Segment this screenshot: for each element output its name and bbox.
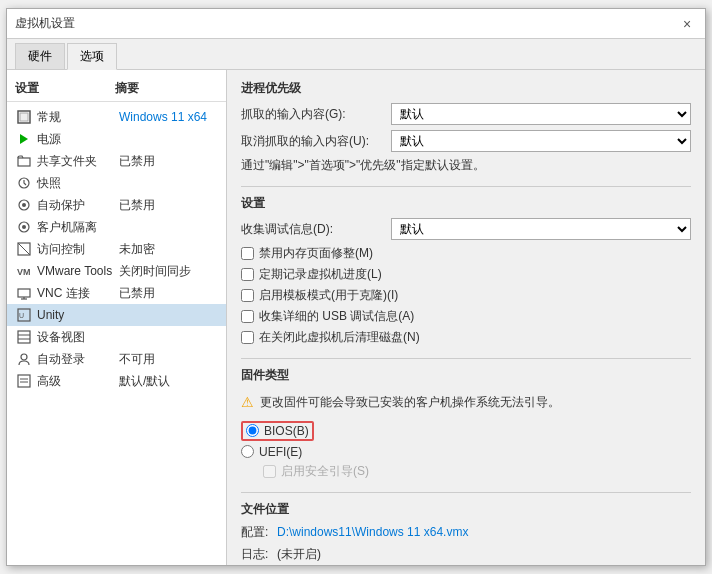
svg-text:U: U — [19, 312, 24, 319]
sidebar-item-auto_login[interactable]: 自动登录不可用 — [7, 348, 226, 370]
uefi-radio[interactable] — [241, 445, 254, 458]
access_control-icon — [15, 240, 33, 258]
title-bar: 虚拟机设置 × — [7, 9, 705, 39]
debug-select[interactable]: 默认 — [391, 218, 691, 240]
svg-point-6 — [22, 203, 26, 207]
general-icon — [15, 108, 33, 126]
svg-marker-2 — [20, 134, 28, 144]
checkboxes-container: 禁用内存页面修整(M)定期记录虚拟机进度(L)启用模板模式(用于克隆)(I)收集… — [241, 245, 691, 346]
autosave-icon — [15, 196, 33, 214]
sidebar-item-label-vmware_tools: VMware Tools — [37, 264, 119, 278]
shared_folder-icon — [15, 152, 33, 170]
sidebar-item-access_control[interactable]: 访问控制未加密 — [7, 238, 226, 260]
debug-select-wrapper: 默认 — [391, 218, 691, 240]
settings-title: 设置 — [241, 195, 691, 212]
template_mode-label: 启用模板模式(用于克隆)(I) — [259, 287, 398, 304]
firmware-section: 固件类型 ⚠ 更改固件可能会导致已安装的客户机操作系统无法引导。 BIOS(B)… — [241, 367, 691, 480]
tab-hardware[interactable]: 硬件 — [15, 43, 65, 69]
uefi-row: UEFI(E) — [241, 445, 691, 459]
collect_usb-label: 收集详细的 USB 调试信息(A) — [259, 308, 414, 325]
vmware_tools-icon: VM — [15, 262, 33, 280]
debug-label: 收集调试信息(D): — [241, 221, 391, 238]
sidebar-item-label-shared_folder: 共享文件夹 — [37, 153, 119, 170]
sidebar-item-shared_folder[interactable]: 共享文件夹已禁用 — [7, 150, 226, 172]
close-button[interactable]: × — [677, 14, 697, 34]
snapshot-icon — [15, 174, 33, 192]
debug-row: 收集调试信息(D): 默认 — [241, 218, 691, 240]
priority-section: 进程优先级 抓取的输入内容(G): 默认 取消抓取的输入内容(U): 默认 — [241, 80, 691, 174]
periodic_snapshot-checkbox[interactable] — [241, 268, 254, 281]
bios-row: BIOS(B) — [241, 421, 691, 441]
sidebar-item-desc-vmware_tools: 关闭时间同步 — [119, 263, 191, 280]
log-row: 日志: (未开启) — [241, 546, 691, 563]
svg-text:VM: VM — [17, 267, 31, 277]
clean_disk-label: 在关闭此虚拟机后清理磁盘(N) — [259, 329, 420, 346]
file-section: 文件位置 配置: D:\windows11\Windows 11 x64.vmx… — [241, 501, 691, 563]
sidebar-item-general[interactable]: 常规Windows 11 x64 — [7, 106, 226, 128]
svg-rect-17 — [18, 331, 30, 343]
divider3 — [241, 492, 691, 493]
right-panel: 进程优先级 抓取的输入内容(G): 默认 取消抓取的输入内容(U): 默认 — [227, 70, 705, 565]
ungrab-input-wrapper: 默认 — [391, 130, 691, 152]
bios-selected-highlight: BIOS(B) — [241, 421, 314, 441]
secure-boot-checkbox[interactable] — [263, 465, 276, 478]
warning-icon: ⚠ — [241, 394, 254, 410]
divider1 — [241, 186, 691, 187]
settings-section: 设置 收集调试信息(D): 默认 禁用内存页面修整(M)定期记录虚拟机进度(L)… — [241, 195, 691, 346]
dialog-title: 虚拟机设置 — [15, 15, 75, 32]
sidebar-item-label-general: 常规 — [37, 109, 119, 126]
priority-title: 进程优先级 — [241, 80, 691, 97]
sidebar-item-guest_isolation[interactable]: 客户机隔离 — [7, 216, 226, 238]
uefi-label: UEFI(E) — [259, 445, 302, 459]
vnc-icon — [15, 284, 33, 302]
advanced-icon — [15, 372, 33, 390]
secure-boot-row: 启用安全引导(S) — [263, 463, 691, 480]
main-content: 设置 摘要 常规Windows 11 x64电源共享文件夹已禁用快照自动保护已禁… — [7, 70, 705, 565]
svg-line-10 — [18, 243, 30, 255]
tabs: 硬件 选项 — [7, 39, 705, 70]
guest_isolation-icon — [15, 218, 33, 236]
log-value: (未开启) — [277, 546, 691, 563]
firmware-warning: ⚠ 更改固件可能会导致已安装的客户机操作系统无法引导。 — [241, 390, 691, 415]
svg-point-8 — [22, 225, 26, 229]
bios-radio[interactable] — [246, 424, 259, 437]
sidebar-item-vnc[interactable]: VNC 连接已禁用 — [7, 282, 226, 304]
grab-input-row: 抓取的输入内容(G): 默认 — [241, 103, 691, 125]
sidebar-item-desc-auto_login: 不可用 — [119, 351, 155, 368]
sidebar-item-power[interactable]: 电源 — [7, 128, 226, 150]
svg-rect-12 — [18, 289, 30, 297]
grab-input-select[interactable]: 默认 — [391, 103, 691, 125]
sidebar-item-autosave[interactable]: 自动保护已禁用 — [7, 194, 226, 216]
checkbox-row-template_mode: 启用模板模式(用于克隆)(I) — [241, 287, 691, 304]
ungrab-input-row: 取消抓取的输入内容(U): 默认 — [241, 130, 691, 152]
sidebar-item-advanced[interactable]: 高级默认/默认 — [7, 370, 226, 392]
sidebar-item-desc-general: Windows 11 x64 — [119, 110, 207, 124]
sidebar-item-label-advanced: 高级 — [37, 373, 119, 390]
sidebar-item-desc-shared_folder: 已禁用 — [119, 153, 155, 170]
file-title: 文件位置 — [241, 501, 691, 518]
svg-rect-1 — [20, 113, 28, 121]
periodic_snapshot-label: 定期记录虚拟机进度(L) — [259, 266, 382, 283]
sidebar-item-label-autosave: 自动保护 — [37, 197, 119, 214]
clean_disk-checkbox[interactable] — [241, 331, 254, 344]
config-row: 配置: D:\windows11\Windows 11 x64.vmx — [241, 524, 691, 541]
sidebar-item-device_view[interactable]: 设备视图 — [7, 326, 226, 348]
sidebar-item-snapshot[interactable]: 快照 — [7, 172, 226, 194]
checkbox-row-disable_mem: 禁用内存页面修整(M) — [241, 245, 691, 262]
disable_mem-checkbox[interactable] — [241, 247, 254, 260]
svg-rect-3 — [18, 158, 30, 166]
unity-icon: U — [15, 306, 33, 324]
collect_usb-checkbox[interactable] — [241, 310, 254, 323]
power-icon — [15, 130, 33, 148]
tab-options[interactable]: 选项 — [67, 43, 117, 70]
ungrab-input-select[interactable]: 默认 — [391, 130, 691, 152]
template_mode-checkbox[interactable] — [241, 289, 254, 302]
checkbox-row-periodic_snapshot: 定期记录虚拟机进度(L) — [241, 266, 691, 283]
bios-label: BIOS(B) — [264, 424, 309, 438]
priority-hint: 通过"编辑">"首选项">"优先级"指定默认设置。 — [241, 157, 691, 174]
sidebar-item-desc-vnc: 已禁用 — [119, 285, 155, 302]
sidebar-item-unity[interactable]: UUnity — [7, 304, 226, 326]
sidebar-item-vmware_tools[interactable]: VMVMware Tools关闭时间同步 — [7, 260, 226, 282]
device_view-icon — [15, 328, 33, 346]
svg-point-20 — [21, 354, 27, 360]
